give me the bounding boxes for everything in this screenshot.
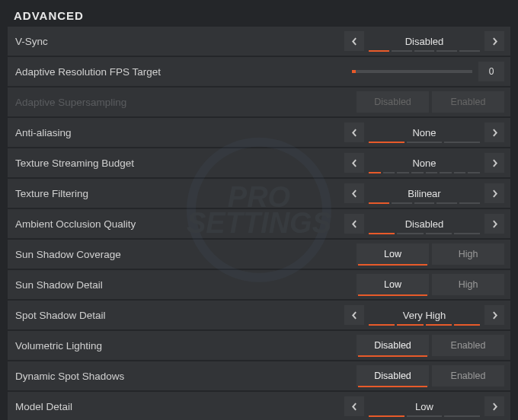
setting-label: Adaptive Resolution FPS Target (15, 66, 352, 78)
setting-row: Dynamic Spot ShadowsDisabledEnabled (8, 361, 510, 390)
toggle-option: Enabled (432, 91, 504, 113)
setting-label: Spot Shadow Detail (15, 310, 344, 321)
chevron-left-icon[interactable] (344, 396, 364, 416)
setting-label: Dynamic Spot Shadows (15, 371, 357, 382)
toggle-option: Disabled (357, 91, 429, 113)
chevron-right-icon[interactable] (484, 31, 504, 51)
setting-row: Sun Shadow DetailLowHigh (8, 270, 510, 299)
toggle-option[interactable]: Low (357, 274, 429, 295)
setting-value[interactable]: Disabled (369, 214, 480, 234)
setting-value[interactable]: Low (369, 396, 480, 416)
chevron-right-icon[interactable] (484, 214, 504, 234)
chevron-left-icon[interactable] (344, 305, 364, 325)
slider-value: 0 (478, 62, 504, 81)
setting-row: Spot Shadow DetailVery High (8, 301, 510, 329)
setting-label: Ambient Occlusion Quality (15, 218, 344, 230)
chevron-right-icon[interactable] (484, 305, 504, 325)
toggle-option[interactable]: High (432, 243, 504, 265)
setting-label: Adaptive Supersampling (15, 97, 357, 108)
toggle-option[interactable]: Disabled (357, 365, 429, 387)
setting-row: Volumetric LightingDisabledEnabled (8, 331, 510, 360)
setting-value[interactable]: Disabled (369, 31, 480, 51)
chevron-left-icon[interactable] (344, 123, 364, 142)
toggle-option[interactable]: High (432, 274, 504, 295)
chevron-right-icon[interactable] (484, 183, 504, 203)
setting-row: Ambient Occlusion QualityDisabled (8, 209, 510, 238)
setting-value[interactable]: None (369, 153, 480, 173)
toggle-group: DisabledEnabled (357, 91, 504, 113)
setting-row: V-SyncDisabled (8, 27, 510, 56)
setting-row: Texture Streaming BudgetNone (8, 148, 510, 177)
chevron-left-icon[interactable] (344, 214, 364, 234)
toggle-option[interactable]: Disabled (357, 335, 429, 356)
setting-row: Adaptive Resolution FPS Target0 (8, 57, 510, 86)
slider-track[interactable] (352, 70, 472, 73)
setting-row: Adaptive SupersamplingDisabledEnabled (8, 88, 510, 116)
toggle-option[interactable]: Enabled (432, 365, 504, 387)
toggle-group: LowHigh (357, 243, 504, 265)
setting-label: Anti-aliasing (15, 127, 344, 138)
setting-label: Volumetric Lighting (15, 340, 357, 352)
section-header: ADVANCED (0, 0, 518, 27)
setting-row: Model DetailLow (8, 392, 510, 420)
setting-row: Anti-aliasingNone (8, 118, 510, 147)
setting-label: Texture Streaming Budget (15, 158, 344, 169)
toggle-group: LowHigh (357, 274, 504, 295)
toggle-group: DisabledEnabled (357, 365, 504, 387)
setting-label: V-Sync (15, 36, 344, 47)
chevron-left-icon[interactable] (344, 183, 364, 203)
setting-label: Sun Shadow Detail (15, 279, 357, 291)
toggle-group: DisabledEnabled (357, 335, 504, 356)
setting-label: Sun Shadow Coverage (15, 249, 357, 260)
chevron-right-icon[interactable] (484, 123, 504, 142)
setting-row: Texture FilteringBilinear (8, 179, 510, 208)
setting-label: Model Detail (15, 401, 344, 412)
setting-value[interactable]: None (369, 123, 480, 142)
chevron-right-icon[interactable] (484, 396, 504, 416)
toggle-option[interactable]: Enabled (432, 335, 504, 356)
setting-value[interactable]: Bilinear (369, 183, 480, 203)
setting-label: Texture Filtering (15, 188, 344, 199)
chevron-right-icon[interactable] (484, 153, 504, 173)
setting-value[interactable]: Very High (369, 305, 480, 325)
chevron-left-icon[interactable] (344, 31, 364, 51)
toggle-option[interactable]: Low (357, 243, 429, 265)
setting-row: Sun Shadow CoverageLowHigh (8, 240, 510, 269)
chevron-left-icon[interactable] (344, 153, 364, 173)
